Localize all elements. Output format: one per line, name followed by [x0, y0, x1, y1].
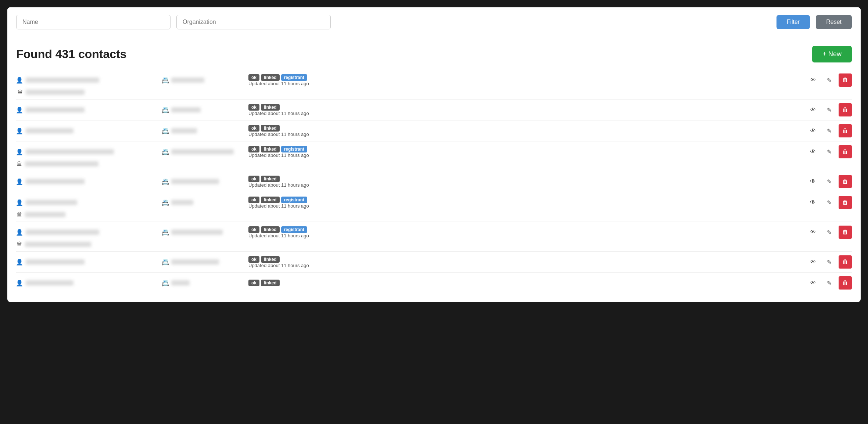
contact-email: [171, 259, 219, 265]
badge-linked: linked: [261, 197, 280, 203]
badge-registrant: registrant: [281, 226, 307, 233]
email-icon: 📇: [162, 77, 169, 84]
person-icon: 👤: [16, 107, 23, 113]
contact-email-col: 📇: [162, 148, 243, 156]
contact-name-col: 👤: [16, 107, 156, 113]
table-row: 👤 📇 ok: [16, 70, 852, 100]
contact-actions: 👁 ✎ 🗑: [806, 276, 852, 290]
contacts-list: 👤 📇 ok: [16, 70, 852, 293]
contact-name-col: 👤: [16, 229, 156, 236]
person-icon: 👤: [16, 178, 23, 185]
edit-button[interactable]: ✎: [822, 196, 836, 209]
badge-linked: linked: [261, 104, 280, 111]
contact-status-col: ok linked registrant Updated about 11 ho…: [248, 74, 359, 86]
update-timestamp: Updated about 11 hours ago: [248, 81, 359, 86]
edit-button[interactable]: ✎: [822, 145, 836, 158]
delete-button[interactable]: 🗑: [839, 175, 852, 188]
contact-status-col: ok linked registrant Updated about 11 ho…: [248, 226, 359, 238]
view-button[interactable]: 👁: [806, 103, 819, 116]
person-icon: 👤: [16, 229, 23, 236]
contact-name: [26, 280, 73, 285]
organization-input[interactable]: [176, 15, 331, 29]
view-button[interactable]: 👁: [806, 226, 819, 239]
view-button[interactable]: 👁: [806, 73, 819, 87]
delete-button[interactable]: 🗑: [839, 255, 852, 269]
contact-email: [171, 200, 193, 205]
edit-button[interactable]: ✎: [822, 226, 836, 239]
delete-button[interactable]: 🗑: [839, 124, 852, 137]
contact-name-col: 👤: [16, 178, 156, 185]
delete-button[interactable]: 🗑: [839, 226, 852, 239]
contact-actions: 👁 ✎ 🗑: [806, 73, 852, 87]
contact-actions: 👁 ✎ 🗑: [806, 255, 852, 269]
contact-name-col: 👤: [16, 148, 156, 155]
edit-button[interactable]: ✎: [822, 124, 836, 137]
badge-linked: linked: [261, 256, 280, 263]
edit-button[interactable]: ✎: [822, 276, 836, 290]
org-icon: 🏛: [16, 161, 23, 167]
found-contacts-title: Found 431 contacts: [16, 47, 127, 61]
email-icon: 📇: [162, 127, 169, 135]
badge-ok: ok: [248, 104, 259, 111]
edit-button[interactable]: ✎: [822, 73, 836, 87]
badge-linked: linked: [261, 146, 280, 152]
contact-email-col: 📇: [162, 106, 243, 114]
contact-email-col: 📇: [162, 199, 243, 206]
filter-button[interactable]: Filter: [776, 15, 810, 29]
contact-org: [25, 161, 98, 166]
delete-button[interactable]: 🗑: [839, 276, 852, 290]
table-row: 👤 📇 ok: [16, 141, 852, 171]
contact-name: [26, 128, 73, 133]
email-icon: 📇: [162, 199, 169, 206]
contact-name: [26, 149, 114, 154]
badge-ok: ok: [248, 146, 259, 152]
edit-button[interactable]: ✎: [822, 175, 836, 188]
edit-button[interactable]: ✎: [822, 103, 836, 116]
table-row: 👤 📇 ok linked: [16, 100, 852, 121]
table-row: 👤 📇 ok linked: [16, 273, 852, 293]
contact-status-col: ok linked Updated about 11 hours ago: [248, 125, 359, 137]
person-icon: 👤: [16, 127, 23, 134]
contact-name-col: 👤: [16, 280, 156, 286]
person-icon: 👤: [16, 280, 23, 286]
contact-name-col: 👤: [16, 127, 156, 134]
table-row: 👤 📇 ok: [16, 222, 852, 252]
contact-email-col: 📇: [162, 76, 243, 84]
email-icon: 📇: [162, 178, 169, 186]
view-button[interactable]: 👁: [806, 255, 819, 269]
view-button[interactable]: 👁: [806, 175, 819, 188]
badge-ok: ok: [248, 125, 259, 132]
contact-status-col: ok linked Updated about 11 hours ago: [248, 256, 359, 268]
contact-actions: 👁 ✎ 🗑: [806, 145, 852, 158]
view-button[interactable]: 👁: [806, 276, 819, 290]
contact-status-col: ok linked registrant Updated about 11 ho…: [248, 146, 359, 158]
delete-button[interactable]: 🗑: [839, 145, 852, 158]
delete-button[interactable]: 🗑: [839, 103, 852, 116]
edit-button[interactable]: ✎: [822, 255, 836, 269]
delete-button[interactable]: 🗑: [839, 196, 852, 209]
view-button[interactable]: 👁: [806, 124, 819, 137]
badge-linked: linked: [261, 226, 280, 233]
contact-email-col: 📇: [162, 229, 243, 236]
contact-name: [26, 107, 85, 112]
view-button[interactable]: 👁: [806, 145, 819, 158]
contact-actions: 👁 ✎ 🗑: [806, 103, 852, 116]
person-icon: 👤: [16, 199, 23, 206]
contact-email: [171, 280, 190, 285]
contact-name: [26, 230, 99, 235]
badge-linked: linked: [261, 280, 280, 286]
contact-actions: 👁 ✎ 🗑: [806, 175, 852, 188]
delete-button[interactable]: 🗑: [839, 73, 852, 87]
update-timestamp: Updated about 11 hours ago: [248, 203, 359, 209]
table-row: 👤 📇 ok: [16, 192, 852, 222]
contact-email: [171, 128, 197, 133]
view-button[interactable]: 👁: [806, 196, 819, 209]
new-contact-button[interactable]: + New: [812, 46, 852, 62]
contact-actions: 👁 ✎ 🗑: [806, 196, 852, 209]
name-input[interactable]: [16, 15, 171, 29]
org-icon: 🏛: [16, 241, 23, 248]
contact-actions: 👁 ✎ 🗑: [806, 226, 852, 239]
reset-button[interactable]: Reset: [816, 15, 852, 29]
contact-org: [26, 90, 85, 95]
contact-name: [26, 179, 85, 184]
